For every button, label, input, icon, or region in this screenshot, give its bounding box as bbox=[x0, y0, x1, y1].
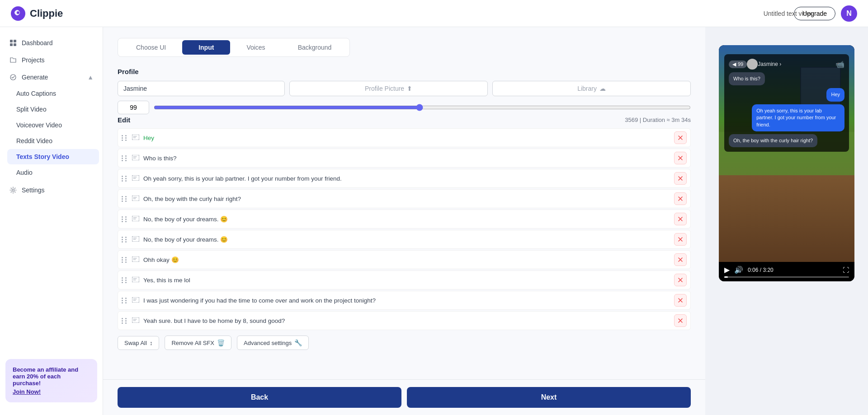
drag-handle[interactable] bbox=[122, 216, 128, 222]
sidebar-item-auto-captions[interactable]: Auto Captions bbox=[7, 86, 99, 101]
drag-handle[interactable] bbox=[122, 318, 128, 324]
library-button[interactable]: Library ☁ bbox=[492, 81, 691, 96]
delete-button[interactable] bbox=[674, 314, 687, 327]
edit-meta: 3569 | Duration ≈ 3m 34s bbox=[625, 117, 691, 123]
back-button[interactable]: Back bbox=[118, 387, 401, 408]
chat-bubble-sent-1: Hey bbox=[826, 88, 844, 101]
slider-input[interactable] bbox=[154, 104, 691, 111]
tab-choose-ui[interactable]: Choose UI bbox=[120, 40, 182, 55]
tab-background[interactable]: Background bbox=[282, 40, 348, 55]
right-panel: ◀ 99 Jasmine › 📹 Who is this? Hey Oh yea… bbox=[705, 27, 868, 415]
swap-all-label: Swap All bbox=[124, 340, 147, 346]
swap-icon: ↕ bbox=[150, 340, 153, 346]
logo-icon bbox=[11, 6, 25, 21]
advanced-settings-button[interactable]: Advanced settings 🔧 bbox=[237, 336, 309, 350]
tabs-row: Choose UI Input Voices Background bbox=[118, 38, 350, 57]
logo-text: Clippie bbox=[30, 8, 63, 19]
message-type-icon bbox=[132, 216, 140, 223]
volume-button[interactable]: 🔊 bbox=[734, 266, 743, 274]
chevron-up-icon: ▲ bbox=[87, 74, 94, 81]
delete-button[interactable] bbox=[674, 274, 687, 286]
message-type-icon bbox=[132, 155, 140, 162]
affiliate-link[interactable]: Join Now! bbox=[13, 388, 41, 395]
drag-handle[interactable] bbox=[122, 257, 128, 263]
message-type-icon bbox=[132, 256, 140, 263]
svg-rect-3 bbox=[14, 40, 16, 42]
video-controls: ▶ 🔊 0:06 / 3:20 ⛶ bbox=[719, 262, 854, 281]
time-display: 0:06 / 3:20 bbox=[748, 267, 774, 273]
sidebar-item-audio[interactable]: Audio bbox=[7, 165, 99, 180]
message-type-icon bbox=[132, 236, 140, 243]
progress-bar[interactable] bbox=[724, 276, 849, 278]
cloud-icon: ☁ bbox=[599, 85, 606, 92]
play-button[interactable]: ▶ bbox=[724, 266, 730, 274]
drag-handle[interactable] bbox=[122, 196, 128, 202]
char-count: 3569 bbox=[625, 117, 638, 123]
page-title: Untitled text video bbox=[764, 10, 814, 17]
center-wrapper: Choose UI Input Voices Background Profil… bbox=[103, 27, 705, 415]
drag-handle[interactable] bbox=[122, 298, 128, 303]
generate-group-header[interactable]: Generate ▲ bbox=[4, 69, 99, 85]
delete-button[interactable] bbox=[674, 253, 687, 266]
sidebar-item-dashboard[interactable]: Dashboard bbox=[4, 35, 99, 51]
dirt-layer bbox=[719, 175, 854, 262]
controls-row: ▶ 🔊 0:06 / 3:20 ⛶ bbox=[724, 266, 849, 274]
delete-button[interactable] bbox=[674, 192, 687, 205]
library-label: Library bbox=[577, 85, 597, 92]
phone-status: ◀ 99 Jasmine › 📹 bbox=[729, 59, 844, 70]
sidebar-item-split-video[interactable]: Split Video bbox=[7, 102, 99, 117]
sidebar-item-settings[interactable]: Settings bbox=[4, 182, 99, 198]
delete-button[interactable] bbox=[674, 294, 687, 307]
message-type-icon bbox=[132, 135, 140, 141]
affiliate-text: Become an affiliate and earn 20% of each… bbox=[13, 366, 90, 387]
sidebar-item-texts-story-video[interactable]: Texts Story Video bbox=[7, 149, 99, 164]
settings-icon bbox=[9, 186, 17, 194]
message-text: No, the boy of your dreams. 😊 bbox=[143, 236, 670, 243]
swap-all-button[interactable]: Swap All ↕ bbox=[118, 336, 159, 350]
content-area: Choose UI Input Voices Background Profil… bbox=[103, 27, 868, 415]
voiceover-video-label: Voiceover Video bbox=[16, 121, 62, 129]
current-time: 0:06 bbox=[748, 267, 758, 273]
signal-badge: ◀ 99 bbox=[729, 61, 747, 68]
next-button[interactable]: Next bbox=[407, 387, 691, 408]
delete-button[interactable] bbox=[674, 172, 687, 185]
tab-input[interactable]: Input bbox=[182, 40, 230, 55]
split-video-label: Split Video bbox=[16, 106, 47, 113]
chat-area: Who is this? Hey Oh yeah sorry, this is … bbox=[729, 72, 844, 147]
tab-voices[interactable]: Voices bbox=[230, 40, 281, 55]
drag-handle[interactable] bbox=[122, 237, 128, 242]
message-text: Ohh okay 😊 bbox=[143, 256, 670, 263]
generate-icon bbox=[9, 73, 17, 81]
delete-button[interactable] bbox=[674, 213, 687, 225]
drag-handle[interactable] bbox=[122, 155, 128, 161]
edit-section-title: Edit bbox=[118, 116, 130, 124]
edit-header: Edit 3569 | Duration ≈ 3m 34s bbox=[118, 116, 691, 124]
drag-handle[interactable] bbox=[122, 135, 128, 141]
message-text: Oh, the boy with the curly hair right? bbox=[143, 196, 670, 202]
table-row: No, the boy of your dreams. 😊 bbox=[118, 230, 691, 249]
delete-button[interactable] bbox=[674, 152, 687, 164]
svg-rect-16 bbox=[132, 297, 139, 303]
drag-handle[interactable] bbox=[122, 176, 128, 182]
wrench-icon: 🔧 bbox=[294, 339, 302, 346]
svg-rect-11 bbox=[132, 196, 139, 201]
sidebar-item-voiceover-video[interactable]: Voiceover Video bbox=[7, 117, 99, 133]
svg-rect-12 bbox=[132, 216, 139, 221]
remove-sfx-label: Remove All SFX bbox=[171, 340, 214, 346]
drag-handle[interactable] bbox=[122, 277, 128, 283]
delete-button[interactable] bbox=[674, 233, 687, 246]
profile-name-input[interactable] bbox=[118, 81, 285, 96]
total-time: 3:20 bbox=[763, 267, 773, 273]
fullscreen-button[interactable]: ⛶ bbox=[843, 266, 849, 274]
delete-button[interactable] bbox=[674, 131, 687, 144]
profile-picture-button[interactable]: Profile Picture ⬆ bbox=[289, 81, 488, 96]
slider-container bbox=[154, 104, 691, 111]
avatar[interactable]: N bbox=[841, 5, 857, 22]
remove-sfx-button[interactable]: Remove All SFX 🗑️ bbox=[165, 336, 231, 350]
settings-label: Settings bbox=[22, 187, 45, 194]
sidebar-item-projects[interactable]: Projects bbox=[4, 52, 99, 68]
sidebar-item-reddit-video[interactable]: Reddit Video bbox=[7, 133, 99, 149]
actions-row: Swap All ↕ Remove All SFX 🗑️ Advanced se… bbox=[118, 336, 691, 350]
svg-rect-9 bbox=[132, 155, 139, 160]
message-text: I was just wondering if you had the time… bbox=[143, 297, 670, 304]
